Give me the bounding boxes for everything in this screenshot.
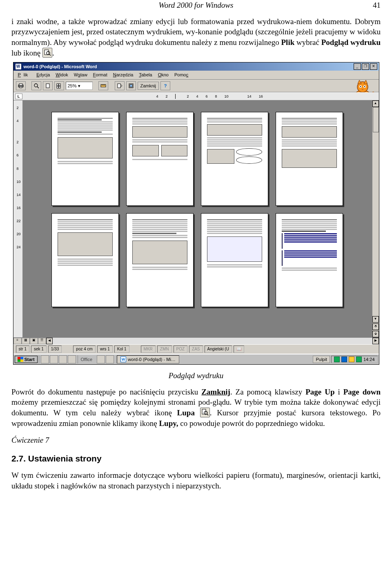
vertical-scrollbar[interactable]: ▲ ▼ ⬘ ⬙	[372, 100, 379, 337]
figure-caption: Podgląd wydruku	[11, 370, 381, 381]
menu-pomoc[interactable]: Pomoc	[172, 71, 191, 78]
normal-view-icon[interactable]: ≡	[13, 338, 22, 344]
fullscreen-icon[interactable]	[126, 81, 136, 90]
status-position: poz 4 cm	[73, 345, 96, 353]
shrink-to-fit-icon[interactable]	[115, 81, 125, 90]
word-window: W word-0 (Podgląd) - Microsoft Word _ ❐ …	[13, 62, 379, 365]
quick-launch-icon[interactable]	[68, 355, 76, 363]
status-zmn: ZMN	[157, 345, 172, 353]
podglad-wydruku-bold: Podgląd wydruku	[321, 38, 381, 47]
quick-launch-icon[interactable]	[59, 355, 67, 363]
svg-point-24	[360, 86, 361, 87]
zamknij-keyword: Zamknij	[201, 388, 230, 396]
scroll-down-icon[interactable]: ▼	[372, 316, 379, 323]
preview-canvas[interactable]	[23, 100, 372, 337]
restore-button[interactable]: ❐	[362, 63, 369, 70]
lupy-bold: Lupy,	[159, 419, 178, 428]
show-desktop-button[interactable]: Pulpit	[313, 356, 330, 363]
office-shortcut-icon[interactable]	[106, 355, 114, 363]
status-page: str 1	[16, 345, 29, 353]
taskbar-task-button[interactable]: W word-0 (Podgląd) - Mi…	[117, 355, 179, 364]
office-shortcut-icon[interactable]	[97, 355, 105, 363]
magnifier-icon	[200, 408, 210, 417]
one-page-icon[interactable]	[43, 81, 53, 90]
ruler-toggle-icon[interactable]	[98, 81, 108, 90]
status-bar: str 1 sek 1 1/33 poz 4 cm wrs 1 Kol 1 MK…	[13, 344, 379, 354]
clock: 14:24	[363, 357, 375, 363]
paragraph-exercise-desc: W tym ćwiczeniu zawarto informacje dotyc…	[11, 470, 381, 491]
svg-rect-4	[19, 84, 22, 85]
status-line: wrs 1	[97, 345, 113, 353]
scroll-right-icon[interactable]: ▶	[372, 338, 379, 344]
svg-line-7	[37, 87, 39, 88]
minimize-button[interactable]: _	[354, 63, 361, 70]
page-thumbnail[interactable]	[51, 213, 119, 307]
status-language: Angielski (U	[205, 345, 232, 353]
print-preview-icon	[42, 48, 52, 58]
svg-rect-11	[57, 86, 58, 88]
scroll-up-icon[interactable]: ▲	[372, 100, 379, 107]
tray-icon[interactable]	[334, 357, 340, 362]
lupa-bold: Lupa	[177, 408, 195, 417]
menu-narzedzia[interactable]: Narzędzia	[110, 71, 136, 78]
close-button[interactable]: ✕	[370, 63, 377, 70]
svg-point-6	[34, 84, 38, 87]
running-header: Word 2000 for Windows 41	[11, 0, 381, 11]
outline-view-icon[interactable]: ☰	[38, 338, 46, 344]
paragraph-return: Powrót do dokumentu następuje po naciśni…	[11, 387, 381, 429]
page-thumbnail[interactable]	[276, 112, 343, 206]
print-view-icon[interactable]: ▣	[30, 338, 38, 344]
close-preview-button[interactable]: Zamknij	[138, 82, 159, 90]
svg-rect-5	[20, 87, 22, 88]
help-icon[interactable]: ?	[160, 81, 170, 90]
tray-icon[interactable]	[349, 357, 354, 362]
scroll-thumb[interactable]	[373, 107, 379, 132]
menu-okno[interactable]: Okno	[155, 71, 172, 78]
ruler-corner: L	[15, 94, 22, 99]
system-tray: 14:24	[331, 356, 378, 363]
section-heading-2-7: 2.7. Ustawienia strony	[11, 453, 381, 464]
page-thumbnail[interactable]	[276, 213, 343, 307]
windows-taskbar: Start Office W word-0 (Podgląd) - Mi… Pu…	[13, 354, 379, 364]
multi-page-icon[interactable]	[54, 81, 64, 90]
page-thumbnail[interactable]	[126, 213, 194, 307]
word-doc-icon: W	[120, 357, 126, 362]
menu-edycja[interactable]: Edycja	[33, 71, 53, 78]
status-zas: ZAS	[189, 345, 203, 353]
menu-tabela[interactable]: Tabela	[136, 71, 155, 78]
paragraph-intro: i znaki wodne, a także wprowadzać zmiany…	[11, 16, 381, 58]
menu-bar: Plik Edycja Widok Wstaw Format Narzędzia…	[13, 71, 379, 80]
page-thumbnail[interactable]	[201, 112, 268, 206]
status-pagecount: 1/33	[48, 345, 62, 353]
svg-line-2	[49, 54, 51, 56]
window-title: word-0 (Podgląd) - Microsoft Word	[24, 64, 354, 70]
page-thumbnail[interactable]	[51, 112, 119, 206]
quick-launch-icon[interactable]	[41, 355, 49, 363]
title-bar: W word-0 (Podgląd) - Microsoft Word _ ❐ …	[13, 62, 379, 71]
menu-plik[interactable]: Plik	[15, 71, 34, 78]
magnifier-icon[interactable]	[31, 81, 41, 90]
prev-page-icon[interactable]: ⬘	[372, 323, 379, 330]
menu-format[interactable]: Format	[90, 71, 110, 78]
quick-launch-icon[interactable]	[50, 355, 58, 363]
page-thumbnail[interactable]	[126, 112, 194, 206]
menu-wstaw[interactable]: Wstaw	[71, 71, 90, 78]
page-thumbnail[interactable]	[201, 213, 268, 307]
horizontal-scrollbar[interactable]: ◀ ▶	[46, 338, 379, 344]
tray-icon[interactable]	[341, 357, 347, 362]
horizontal-ruler: L 4 2 2 4 6 8 10 14 16	[13, 92, 379, 100]
windows-flag-icon	[18, 357, 23, 362]
zoom-combo[interactable]: 25% ▾	[66, 82, 93, 90]
web-view-icon[interactable]: ▦	[22, 338, 30, 344]
svg-rect-12	[59, 86, 60, 88]
tray-icon[interactable]	[356, 357, 362, 362]
svg-rect-8	[46, 84, 49, 88]
print-icon[interactable]	[16, 81, 26, 90]
status-section: sek 1	[31, 345, 47, 353]
scroll-left-icon[interactable]: ◀	[46, 338, 53, 344]
next-page-icon[interactable]: ⬙	[372, 331, 379, 337]
svg-rect-17	[118, 84, 120, 88]
menu-widok[interactable]: Widok	[53, 71, 71, 78]
status-poz: POZ	[174, 345, 188, 353]
start-button[interactable]: Start	[15, 356, 38, 363]
